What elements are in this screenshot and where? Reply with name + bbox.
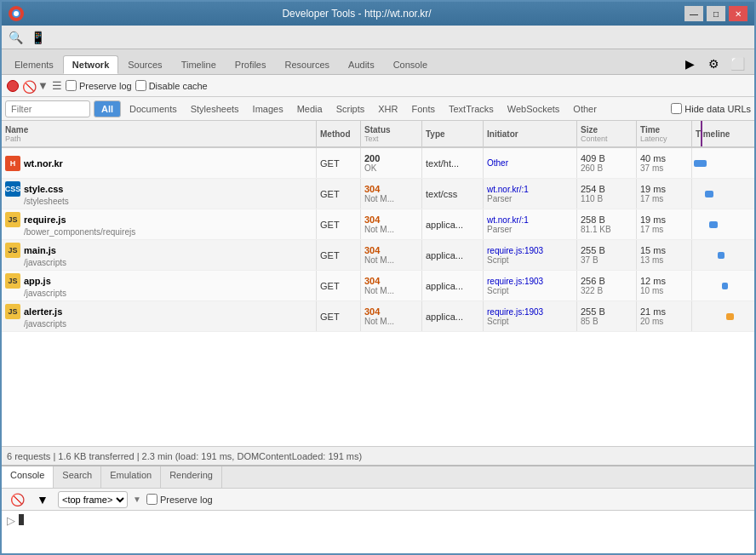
initiator-link-2[interactable]: wt.nor.kr/:1 xyxy=(487,215,573,225)
table-row[interactable]: CSS style.css /stylesheets GET 304 Not M… xyxy=(2,179,754,209)
filter-scripts[interactable]: Scripts xyxy=(331,100,370,117)
hide-data-urls-checkbox[interactable] xyxy=(671,103,682,114)
table-body: H wt.nor.kr GET 200 OK text/ht... Other … xyxy=(2,148,754,446)
col-time-header[interactable]: Time Latency xyxy=(637,121,692,146)
clear-button[interactable]: 🚫 xyxy=(22,80,34,92)
row-name-3: JS main.js /javascripts xyxy=(2,240,317,270)
status-code-1: 304 xyxy=(364,184,418,194)
table-row[interactable]: JS require.js /bower_components/requirej… xyxy=(2,209,754,240)
preserve-log-label[interactable]: Preserve log xyxy=(66,80,132,91)
timeline-bar-5 xyxy=(726,313,734,320)
size-transfer-2: 258 B xyxy=(581,215,633,225)
col-type-header[interactable]: Type xyxy=(422,121,484,146)
undock-button[interactable]: ⬜ xyxy=(727,54,747,74)
col-initiator-header[interactable]: Initiator xyxy=(484,121,577,146)
hide-data-urls-label[interactable]: Hide data URLs xyxy=(671,103,751,114)
filter-websockets[interactable]: WebSockets xyxy=(502,100,565,117)
minimize-button[interactable]: — xyxy=(684,6,703,21)
chrome-icon xyxy=(9,6,24,21)
clear-console-button[interactable]: 🚫 xyxy=(7,489,27,510)
tab-timeline[interactable]: Timeline xyxy=(172,55,226,74)
row-status-2: 304 Not M... xyxy=(361,209,422,239)
row-timeline-5 xyxy=(692,301,754,331)
file-icon-0: H xyxy=(5,156,20,171)
row-initiator-3: require.js:1903 Script xyxy=(484,240,577,270)
filter-texttracks[interactable]: TextTracks xyxy=(444,100,499,117)
tab-elements[interactable]: Elements xyxy=(5,55,63,74)
tab-audits[interactable]: Audits xyxy=(339,55,384,74)
filename-4: app.js xyxy=(24,276,51,286)
initiator-link-5[interactable]: require.js:1903 xyxy=(487,307,573,317)
device-button[interactable]: 📱 xyxy=(27,27,48,48)
preserve-log-checkbox[interactable] xyxy=(66,80,77,91)
bottom-tab-search[interactable]: Search xyxy=(54,466,101,488)
tab-network[interactable]: Network xyxy=(63,55,118,74)
col-size-header[interactable]: Size Content xyxy=(577,121,637,146)
filter-stylesheets[interactable]: Stylesheets xyxy=(186,100,244,117)
console-filter-icon[interactable]: ▼ xyxy=(32,489,53,510)
initiator-link-1[interactable]: wt.nor.kr/:1 xyxy=(487,185,573,194)
col-method-header[interactable]: Method xyxy=(317,121,361,146)
record-button[interactable] xyxy=(7,80,19,92)
initiator-link-4[interactable]: require.js:1903 xyxy=(487,277,573,286)
initiator-link-3[interactable]: require.js:1903 xyxy=(487,246,573,255)
table-row[interactable]: JS alerter.js /javascripts GET 304 Not M… xyxy=(2,301,754,332)
row-type-4: applica... xyxy=(422,271,484,300)
frame-selector[interactable]: <top frame> xyxy=(58,491,128,508)
filter-images[interactable]: Images xyxy=(248,100,289,117)
timeline-bar-3 xyxy=(718,252,724,259)
file-icon-2: JS xyxy=(5,212,20,227)
row-status-1: 304 Not M... xyxy=(361,179,422,209)
col-name-header[interactable]: Name Path xyxy=(2,121,317,146)
tab-sources[interactable]: Sources xyxy=(118,55,171,74)
bottom-tab-rendering[interactable]: Rendering xyxy=(161,466,222,488)
time-ms-3: 13 ms xyxy=(640,255,688,265)
filter-xhr[interactable]: XHR xyxy=(373,100,403,117)
maximize-button[interactable]: □ xyxy=(707,6,725,21)
filepath-2: /bower_components/requirejs xyxy=(5,227,312,237)
table-row[interactable]: JS app.js /javascripts GET 304 Not M... … xyxy=(2,271,754,301)
inspect-button[interactable]: 🔍 xyxy=(5,27,26,48)
settings-button[interactable]: ⚙ xyxy=(703,54,724,74)
bottom-tabs: Console Search Emulation Rendering xyxy=(2,466,754,489)
filter-other[interactable]: Other xyxy=(568,100,602,117)
tab-profiles[interactable]: Profiles xyxy=(226,55,276,74)
filter-icon[interactable]: ▼ xyxy=(37,79,49,92)
list-icon[interactable]: ☰ xyxy=(52,79,62,92)
disable-cache-checkbox[interactable] xyxy=(135,80,146,91)
row-time-4: 12 ms 10 ms xyxy=(637,271,692,300)
row-size-3: 255 B 37 B xyxy=(577,240,637,270)
tab-resources[interactable]: Resources xyxy=(275,55,339,74)
disable-cache-label[interactable]: Disable cache xyxy=(135,80,208,91)
col-status-header[interactable]: Status Text xyxy=(361,121,422,146)
filter-all-button[interactable]: All xyxy=(94,100,121,117)
filter-media[interactable]: Media xyxy=(292,100,328,117)
bottom-tab-emulation[interactable]: Emulation xyxy=(101,466,161,488)
filter-fonts[interactable]: Fonts xyxy=(406,100,440,117)
status-text-3: Not M... xyxy=(364,255,418,265)
filter-input[interactable] xyxy=(5,100,90,117)
row-timeline-4 xyxy=(692,271,754,300)
size-content-2: 81.1 KB xyxy=(581,225,633,234)
row-initiator-0: Other xyxy=(484,148,577,178)
initiator-link-0[interactable]: Other xyxy=(487,158,573,168)
console-preserve-log[interactable]: Preserve log xyxy=(146,494,213,505)
table-header: Name Path Method Status Text Type Initia… xyxy=(2,121,754,148)
tab-console[interactable]: Console xyxy=(384,55,437,74)
row-initiator-1: wt.nor.kr/:1 Parser xyxy=(484,179,577,209)
row-method-5: GET xyxy=(317,301,361,331)
table-row[interactable]: JS main.js /javascripts GET 304 Not M...… xyxy=(2,240,754,271)
table-row[interactable]: H wt.nor.kr GET 200 OK text/ht... Other … xyxy=(2,148,754,179)
status-code-4: 304 xyxy=(364,276,418,286)
timeline-bar-1 xyxy=(705,191,713,197)
row-size-2: 258 B 81.1 KB xyxy=(577,209,637,239)
filename-1: style.css xyxy=(24,184,63,194)
size-content-4: 322 B xyxy=(581,286,633,295)
row-type-2: applica... xyxy=(422,209,484,239)
run-button[interactable]: ▶ xyxy=(679,54,700,74)
bottom-tab-console[interactable]: Console xyxy=(2,466,54,488)
col-timeline-header[interactable]: Timeline xyxy=(692,121,754,146)
console-preserve-log-checkbox[interactable] xyxy=(146,494,158,505)
filter-documents[interactable]: Documents xyxy=(124,100,182,117)
close-button[interactable]: ✕ xyxy=(729,6,747,21)
